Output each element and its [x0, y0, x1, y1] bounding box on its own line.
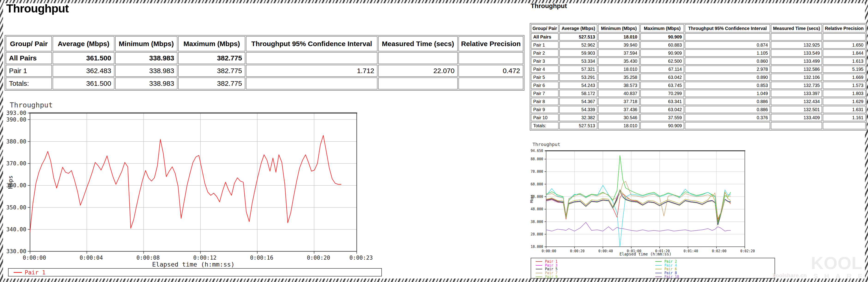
series-line-pair-1	[30, 135, 341, 231]
value-cell: 133.409	[771, 114, 822, 121]
y-tick-label: 340.00	[6, 226, 26, 233]
legend-label: Pair 3	[545, 263, 557, 268]
value-cell: 361.500	[53, 52, 115, 64]
y-tick-label: 68.000	[531, 182, 543, 186]
row-label-cell: Pair 5	[531, 73, 559, 81]
value-cell: 60.883	[640, 41, 684, 49]
value-cell: 132.501	[771, 106, 822, 113]
value-cell	[771, 122, 822, 129]
legend-entry: Pair 6	[655, 267, 775, 271]
legend-line-swatch	[655, 273, 662, 273]
table-row: Pair 654.24338.57363.7450.853132.7351.57…	[531, 82, 866, 89]
value-cell: 132.106	[771, 73, 822, 81]
legend-entry: Pair 7	[536, 271, 655, 275]
y-tick-label: 380.00	[6, 138, 26, 145]
value-cell: 58.172	[559, 90, 597, 97]
value-cell: 5.195	[823, 65, 866, 73]
series-line-pair-10	[546, 222, 731, 231]
x-tick-label: 0:00:04	[80, 255, 103, 261]
y-tick-label: 350.00	[6, 204, 26, 211]
value-cell	[823, 33, 866, 40]
column-header: Throughput 95% Confidence Interval	[685, 24, 770, 32]
legend-label: Pair 10	[664, 275, 679, 279]
column-header: Measured Time (secs)	[771, 24, 822, 32]
table-row: Totals:527.51318.01090.909	[531, 122, 866, 129]
chart-legend-left: Pair 1	[8, 268, 382, 277]
row-label-cell: Pair 10	[531, 114, 559, 121]
value-cell: 54.243	[559, 82, 597, 89]
value-cell: 382.775	[178, 65, 245, 77]
legend-label: Pair 1	[25, 269, 45, 276]
value-cell: 90.909	[640, 122, 684, 129]
legend-label: Pair 7	[545, 271, 557, 275]
column-header: Minimum (Mbps)	[115, 36, 178, 52]
value-cell: 0.853	[685, 82, 770, 89]
legend-label: Pair 5	[545, 267, 557, 271]
series-line-pair-4	[546, 185, 731, 247]
value-cell: 63.745	[640, 82, 684, 89]
legend-entry: Pair 1	[13, 269, 45, 276]
legend-label: Pair 2	[664, 260, 677, 263]
table-header-row: Group/ PairAverage (Mbps)Minimum (Mbps)M…	[531, 24, 866, 32]
value-cell: 1.803	[823, 90, 866, 97]
value-cell: 67.114	[640, 65, 684, 73]
table-row: Pair 259.90337.59490.9091.105133.5491.84…	[531, 49, 866, 57]
value-cell: 30.546	[598, 114, 640, 121]
table-header-row: Group/ PairAverage (Mbps)Minimum (Mbps)M…	[6, 36, 523, 52]
row-label-cell: All Pairs	[6, 52, 52, 64]
row-label-cell: Pair 7	[531, 90, 559, 97]
row-label-cell: Totals:	[531, 122, 559, 129]
x-tick-label: 0:00:16	[250, 255, 273, 261]
column-header: Relative Precision	[823, 24, 866, 32]
column-header: Group/ Pair	[531, 24, 559, 32]
value-cell: 1.631	[823, 106, 866, 113]
value-cell: 32.382	[559, 114, 597, 121]
value-cell: 382.775	[178, 52, 245, 64]
legend-line-swatch	[13, 272, 22, 273]
legend-entry: Pair 4	[655, 263, 775, 268]
value-cell: 53.291	[559, 73, 597, 81]
throughput-chart-right: 94.65088.00078.00068.00058.00048.00038.0…	[528, 138, 767, 258]
value-cell: 1.712	[246, 65, 377, 77]
page-title-right: Throughput	[531, 2, 567, 10]
value-cell	[459, 52, 523, 64]
value-cell	[246, 52, 377, 64]
value-cell: 37.436	[598, 106, 640, 113]
row-label-cell: Totals:	[6, 77, 52, 90]
value-cell: 1.573	[823, 82, 866, 89]
row-label-cell: Pair 9	[531, 106, 559, 113]
y-tick-label: 48.000	[531, 207, 543, 211]
table-row: Pair 553.29135.25863.0420.890132.1061.66…	[531, 73, 866, 81]
legend-line-swatch	[536, 261, 542, 262]
table-row: Pair 152.96239.94060.8830.874132.9251.65…	[531, 41, 866, 49]
value-cell: 0.886	[685, 106, 770, 113]
value-cell: 132.925	[771, 41, 822, 49]
value-cell: 1.669	[823, 73, 866, 81]
column-header: Average (Mbps)	[53, 36, 115, 52]
value-cell: 1.105	[685, 49, 770, 57]
watermark-url: koolshare.cn	[773, 273, 807, 280]
value-cell: 133.499	[771, 57, 822, 65]
y-tick-label: 330.00	[6, 248, 26, 255]
table-row: Pair 854.36737.71863.3410.886132.4341.62…	[531, 98, 866, 105]
legend-line-swatch	[655, 277, 662, 277]
legend-entry: Pair 5	[536, 267, 655, 271]
value-cell: 0.376	[685, 114, 770, 121]
value-cell: 133.549	[771, 49, 822, 57]
table-row: All Pairs361.500338.983382.775	[6, 52, 523, 64]
legend-line-swatch	[536, 269, 542, 269]
row-label-cell: All Pairs	[531, 33, 559, 40]
summary-table-right: Group/ PairAverage (Mbps)Minimum (Mbps)M…	[530, 23, 867, 130]
value-cell: 2.978	[685, 65, 770, 73]
legend-label: Pair 4	[664, 263, 677, 268]
x-axis-label: Elapsed time (h:mm:ss)	[152, 261, 235, 268]
value-cell	[378, 52, 458, 64]
value-cell: 1.613	[823, 57, 866, 65]
value-cell: 35.430	[598, 57, 640, 65]
legend-entry: Pair 3	[536, 263, 655, 268]
value-cell: 1.650	[823, 41, 866, 49]
page-title-left: Throughput	[6, 2, 68, 15]
legend-line-swatch	[655, 269, 662, 269]
legend-line-swatch	[655, 261, 662, 262]
value-cell: 37.594	[598, 49, 640, 57]
